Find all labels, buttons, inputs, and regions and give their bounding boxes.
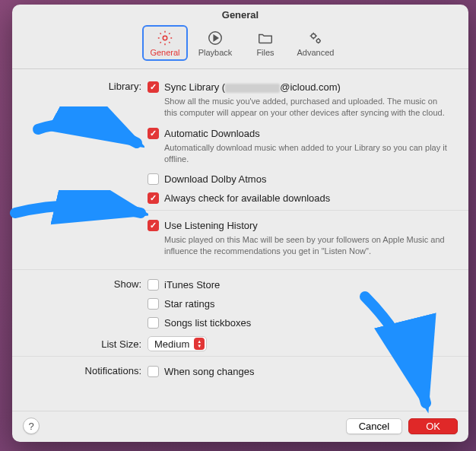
tab-playback[interactable]: Playback [192,25,238,61]
svg-point-3 [316,39,320,43]
star-ratings-label: Star ratings [164,298,214,310]
tab-label: General [150,48,179,57]
gear-icon [157,30,173,46]
song-changes-checkbox[interactable] [148,366,159,377]
content-area: Library: Sync Library (@icloud.com) Show… [12,69,468,411]
divider [12,210,468,211]
listening-history-desc: Music played on this Mac will be seen by… [164,234,447,257]
available-downloads-label: Always check for available downloads [164,192,330,204]
list-size-select[interactable]: Medium ▲▼ [148,336,207,351]
footer: ? Cancel OK [12,411,468,442]
listening-history-label: Use Listening History [164,220,258,231]
tickboxes-label: Songs list tickboxes [164,317,251,329]
tab-files[interactable]: Files [243,25,288,61]
divider [12,269,468,270]
automatic-downloads-desc: Automatically download music when added … [164,142,447,165]
help-button[interactable]: ? [23,418,40,434]
list-size-value: Medium [154,338,189,350]
cancel-button[interactable]: Cancel [346,418,402,434]
tab-label: Advanced [297,48,335,57]
sync-library-checkbox[interactable] [148,81,159,93]
itunes-store-checkbox[interactable] [148,279,159,291]
sync-library-label: Sync Library (@icloud.com) [164,81,341,93]
svg-point-0 [163,36,167,40]
dolby-atmos-checkbox[interactable] [148,173,159,185]
folder-icon [257,30,274,46]
dolby-atmos-label: Download Dolby Atmos [164,173,266,185]
automatic-downloads-checkbox[interactable] [148,128,159,139]
tab-label: Files [256,48,274,57]
tab-label: Playback [198,48,233,57]
automatic-downloads-label: Automatic Downloads [164,128,260,139]
tab-general[interactable]: General [142,25,188,61]
itunes-store-label: iTunes Store [164,279,220,291]
available-downloads-checkbox[interactable] [148,192,159,204]
svg-point-2 [312,34,316,39]
tickboxes-checkbox[interactable] [148,317,159,329]
window-title: General [12,5,468,24]
tab-advanced[interactable]: Advanced [293,25,338,61]
notifications-label: Notifications: [33,364,148,376]
library-label: Library: [33,80,148,92]
ok-button[interactable]: OK [408,418,458,434]
chevron-updown-icon: ▲▼ [194,338,205,350]
redacted-email [225,84,280,93]
listening-history-checkbox[interactable] [148,220,159,231]
preferences-window: General General Playback Files Advanced [12,5,468,442]
play-icon [207,30,224,46]
sync-library-desc: Show all the music you've added, purchas… [164,96,447,119]
star-ratings-checkbox[interactable] [148,298,159,310]
gears-icon [307,30,324,46]
toolbar: General Playback Files Advanced [12,24,468,69]
song-changes-label: When song changes [164,366,255,377]
list-size-label: List Size: [33,338,148,350]
show-label: Show: [33,278,148,290]
divider [12,356,468,357]
